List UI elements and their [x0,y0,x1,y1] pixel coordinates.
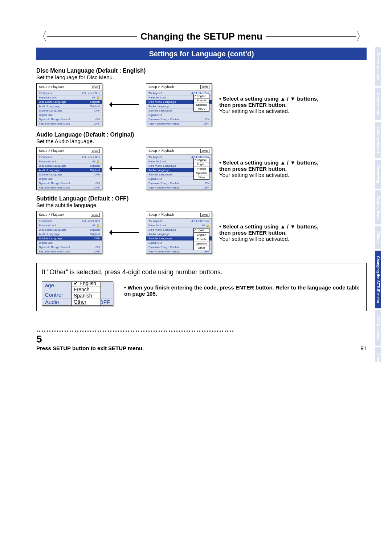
tab-vcr: VCR functions [375,310,381,346]
tab-recording: Recording [375,160,381,189]
setup-panel-right: Setup > PlaybackDVD TV Aspect4:3 Letter … [146,147,212,190]
setup-panel-left: Setup > PlaybackDVD TV Aspect4:3 Letter … [36,83,102,126]
instruction-text: • Select a setting using ▲ / ▼ buttons, … [219,159,321,178]
separator-dots: ........................................… [36,326,367,333]
disc-menu-sub: Set the language for Disc Menu. [36,74,367,80]
other-code-box: If "Other" is selected, press 4-digit co… [36,263,367,311]
code-instruction: • When you finish entering the code, pre… [124,281,361,297]
disc-dropdown: English French Spanish Other [193,94,209,112]
tab-before: Before you start [375,47,381,86]
tab-playing-discs: Playing discs [375,190,381,224]
sub-banner: Settings for Language (cont'd) [36,48,367,60]
audio-sub: Set the Audio language. [36,138,367,144]
audio-heading: Audio Language (Default : Original) [36,131,367,138]
side-tabs: Before you start Connections Getting sta… [375,47,381,362]
setup-panel-right: Setup > PlaybackDVD TV Aspect4:3 Letter … [146,83,212,126]
audio-dropdown: Original English French Spanish Other [193,158,209,180]
disc-menu-heading: Disc Menu Language (Default : English) [36,68,367,74]
title-bar: 〈 Changing the SETUP menu 〉 [36,29,367,44]
final-instruction: Press SETUP button to exit SETUP menu. [36,345,367,351]
instruction-text: • Select a setting using ▲ / ▼ buttons, … [219,96,321,114]
tab-getting-started: Getting started [375,122,381,158]
tab-others: Others [375,347,381,362]
subtitle-heading: Subtitle Language (Default : OFF) [36,195,367,202]
code-input-panel: age Control AudioOFF ✔ English French Sp… [42,281,113,306]
tab-editing: Editing [375,226,381,249]
setup-panel-left: Setup > PlaybackDVD TV Aspect4:3 Letter … [36,147,102,190]
tab-connections: Connections [375,88,381,121]
arrow-icon [110,168,139,169]
arrow-icon [110,232,139,233]
tab-setup-menu: Changing the SETUP menu [375,251,381,308]
subtitle-sub: Set the subtitle language. [36,202,367,208]
arrow-icon [110,104,139,105]
page-number: 91 [360,345,367,351]
step-number: 5 [36,333,367,345]
instruction-text: • Select a setting using ▲ / ▼ buttons, … [219,223,321,242]
setup-panel-left: Setup > PlaybackDVD TV Aspect4:3 Letter … [36,211,102,254]
page-title: Changing the SETUP menu [137,31,266,42]
setup-panel-right: Setup > PlaybackDVD TV Aspect4:3 Letter … [146,211,212,254]
subtitle-dropdown: OFF English French Spanish Other [193,228,209,250]
code-dropdown: ✔ English French Spanish Other Code Inpu… [71,281,101,306]
